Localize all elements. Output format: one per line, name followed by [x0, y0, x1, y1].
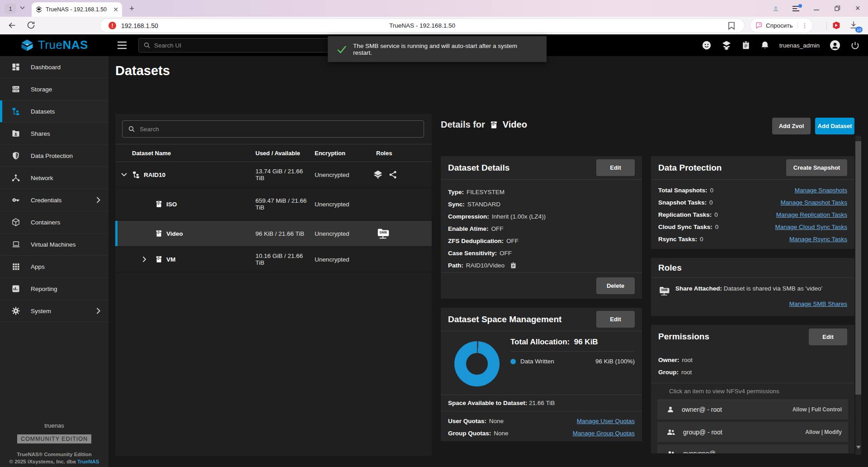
legend-label: Data Written: [520, 358, 554, 365]
alerts-bell-icon[interactable]: [760, 40, 769, 50]
browser-tab[interactable]: TrueNAS - 192.168.1.50 ✕: [32, 2, 122, 17]
sidebar-item-credentials[interactable]: Credentials: [0, 189, 108, 211]
jobs-clipboard-icon[interactable]: [741, 40, 750, 50]
chevron-down-icon[interactable]: [121, 173, 127, 177]
sidebar-item-reporting[interactable]: Reporting: [0, 278, 108, 300]
permission-item-group[interactable]: group@ - root Allow | Modify: [657, 422, 848, 442]
dataset-search-input[interactable]: Search: [122, 120, 424, 138]
sidebar-item-system[interactable]: System: [0, 300, 108, 322]
owner-value: root: [682, 354, 693, 366]
footer-edition-line: TrueNAS® Community Edition: [0, 452, 108, 457]
copyright-text: © 2025 iXsystems, Inc. dba: [9, 459, 77, 464]
legend-row: Data Written 96 KiB (100%): [510, 358, 635, 365]
browser-panels-icon[interactable]: [792, 0, 800, 17]
user-avatar-icon[interactable]: [830, 40, 840, 51]
column-header-encryption: Encryption: [315, 150, 371, 157]
back-button[interactable]: [7, 20, 17, 30]
dataset-name-cell: ISO: [155, 200, 177, 208]
field-value: OFF: [506, 235, 519, 247]
extension-icon[interactable]: [832, 21, 841, 30]
total-allocation: Total Allocation: 96 KiB: [510, 338, 635, 352]
permission-item-owner[interactable]: owner@ - root Allow | Full Control: [657, 399, 848, 419]
sidebar-label: Network: [31, 175, 53, 181]
protection-label: Total Snapshots:: [658, 184, 708, 196]
quota-label: User Quotas:: [448, 415, 486, 427]
manage-snapshot-tasks-link[interactable]: Manage Snapshot Tasks: [780, 196, 847, 209]
chevron-right-icon[interactable]: [142, 257, 146, 262]
tab-close-icon[interactable]: ✕: [113, 6, 118, 13]
total-allocation-value: 96 KiB: [574, 338, 598, 346]
edit-space-management-button[interactable]: Edit: [596, 311, 635, 328]
details-scrollbar-thumb[interactable]: [855, 141, 861, 395]
new-tab-button[interactable]: +: [129, 4, 134, 14]
truenas-link[interactable]: TrueNAS: [77, 459, 99, 464]
smb-share-icon: SMB: [376, 227, 390, 240]
add-zvol-button[interactable]: Add Zvol: [772, 118, 811, 134]
browser-tab-strip: 1 TrueNAS - 192.168.1.50 ✕ + ×: [0, 0, 868, 17]
toast-notification[interactable]: The SMB service is running and will auto…: [328, 36, 547, 62]
window-minimize-button[interactable]: [814, 0, 819, 17]
sidebar-item-virtual-machines[interactable]: Virtual Machines: [0, 234, 108, 256]
permission-who: group@ - root: [683, 429, 722, 436]
site-security-icon[interactable]: !: [108, 22, 116, 29]
sidebar-item-dashboard[interactable]: Dashboard: [0, 56, 108, 78]
table-row-raid10[interactable]: RAID10 13.74 GiB / 21.66 TiB Unencrypted: [115, 162, 432, 188]
manage-group-quotas-link[interactable]: Manage Group Quotas: [573, 427, 635, 439]
delete-dataset-button[interactable]: Delete: [596, 277, 635, 294]
space-management-card: Dataset Space Management Edit Total Allo…: [441, 308, 642, 441]
power-icon[interactable]: [850, 41, 860, 50]
sidebar-toggle-icon[interactable]: [117, 41, 127, 50]
feedback-smiley-icon[interactable]: [702, 40, 712, 50]
permission-item-everyone[interactable]: everyone@: [657, 444, 848, 453]
sidebar-item-apps[interactable]: Apps: [0, 256, 108, 278]
table-row-video-selected[interactable]: Video 96 KiB / 21.66 TiB Unencrypted SMB: [115, 221, 432, 247]
dataset-details-card: Dataset Details Edit Type:FILESYSTEM Syn…: [441, 156, 642, 299]
card-title: Data Protection: [658, 163, 722, 173]
browser-ask-button[interactable]: Спросить ⋮: [750, 19, 812, 33]
reload-button[interactable]: [26, 20, 36, 30]
scrollbar-down-arrow-icon[interactable]: [856, 446, 861, 449]
sidebar-item-shares[interactable]: Shares: [0, 123, 108, 145]
protection-value: 0: [714, 209, 718, 221]
sidebar-item-data-protection[interactable]: Data Protection: [0, 145, 108, 167]
details-panel: Details for Video Add Zvol Add Dataset D…: [441, 113, 854, 453]
bookmark-icon[interactable]: [728, 22, 735, 30]
sidebar-item-network[interactable]: Network: [0, 167, 108, 189]
window-close-button[interactable]: ×: [855, 0, 860, 17]
edit-permissions-button[interactable]: Edit: [809, 329, 847, 345]
ask-menu-dots-icon[interactable]: ⋮: [797, 22, 808, 29]
sidebar-label: System: [31, 308, 51, 315]
ask-ai-icon: [755, 22, 763, 29]
sidebar-item-containers[interactable]: Containers: [0, 211, 108, 234]
manage-smb-shares-link[interactable]: Manage SMB Shares: [789, 300, 847, 307]
manage-cloud-sync-tasks-link[interactable]: Manage Cloud Sync Tasks: [775, 221, 847, 233]
share-attached-label: Share Attached:: [675, 285, 722, 292]
field-value: STANDARD: [467, 198, 500, 210]
global-search-input[interactable]: Search UI: [138, 38, 335, 52]
manage-replication-tasks-link[interactable]: Manage Replication Tasks: [776, 209, 847, 221]
copy-path-icon[interactable]: [510, 262, 517, 269]
field-value: OFF: [500, 247, 512, 259]
tab-group-chevron-icon[interactable]: [20, 6, 25, 10]
ix-systems-icon[interactable]: [722, 40, 731, 50]
browser-profile-avatar[interactable]: [771, 0, 780, 17]
sidebar-label: Data Protection: [31, 152, 73, 159]
truenas-logo[interactable]: TrueNAS: [20, 38, 88, 52]
truenas-logo-icon: [20, 38, 34, 52]
dataset-name: ISO: [166, 201, 177, 208]
window-restore-button[interactable]: [835, 0, 840, 17]
edit-dataset-details-button[interactable]: Edit: [596, 159, 635, 176]
sidebar-item-datasets[interactable]: Datasets: [0, 100, 108, 123]
table-row-vm[interactable]: VM 10.16 GiB / 21.66 TiB Unencrypted: [115, 247, 432, 272]
table-row-iso[interactable]: ISO 659.47 MiB / 21.66 TiB Unencrypted: [115, 188, 432, 221]
tab-group-badge[interactable]: 1: [5, 3, 16, 14]
network-icon: [11, 173, 21, 182]
add-dataset-button[interactable]: Add Dataset: [815, 118, 854, 134]
manage-snapshots-link[interactable]: Manage Snapshots: [795, 184, 847, 196]
group-icon: [666, 450, 676, 453]
manage-user-quotas-link[interactable]: Manage User Quotas: [577, 415, 635, 427]
create-snapshot-button[interactable]: Create Snapshot: [786, 159, 847, 176]
sidebar-item-storage[interactable]: Storage: [0, 78, 108, 100]
address-bar[interactable]: ! 192.168.1.50 TrueNAS - 192.168.1.50: [100, 19, 744, 32]
manage-rsync-tasks-link[interactable]: Manage Rsync Tasks: [789, 233, 847, 245]
